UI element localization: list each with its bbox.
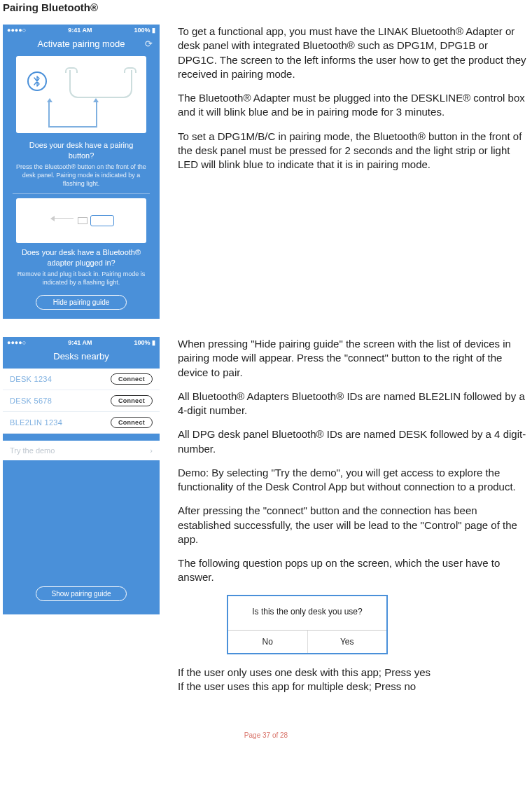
- dongle-icon: [78, 215, 114, 226]
- illustration-desk: [16, 56, 146, 133]
- dialog-question: Is this the only desk you use?: [228, 596, 386, 631]
- paragraph: If the user only uses one desk with this…: [178, 666, 529, 680]
- desk-row[interactable]: DESK 1234 Connect: [3, 369, 160, 390]
- demo-label: Try the demo: [10, 446, 55, 455]
- refresh-icon[interactable]: ⟳: [145, 39, 153, 49]
- desk-row[interactable]: DESK 5678 Connect: [3, 390, 160, 412]
- nav-title-text: Desks nearby: [53, 351, 108, 362]
- nav-title-text: Activate pairing mode: [37, 39, 125, 49]
- paragraph: After pressing the "connect" button and …: [178, 504, 529, 546]
- paragraph: Demo: By selecting "Try the demo", you w…: [178, 466, 529, 495]
- connect-button[interactable]: Connect: [111, 373, 153, 385]
- page-footer: Page 37 of 28: [3, 731, 529, 739]
- connect-button[interactable]: Connect: [111, 395, 153, 406]
- section-desks-nearby: ●●●●○ 9:41 AM 100% ▮ Desks nearby DESK 1…: [3, 337, 529, 703]
- chevron-right-icon: ›: [150, 446, 153, 455]
- page-title: Pairing Bluetooth®: [3, 1, 529, 13]
- body-text-1: To get a functional app, you must have t…: [160, 25, 529, 319]
- paragraph: All DPG desk panel Bluetooth® IDs are na…: [178, 427, 529, 456]
- desk-label: BLE2LIN 1234: [10, 418, 62, 427]
- paragraph: When pressing "Hide pairing guide" the s…: [178, 337, 529, 380]
- paragraph: The Bluetooth® Adapter must be plugged i…: [178, 91, 529, 120]
- caption-sub: Press the Bluetooth® button on the front…: [15, 163, 147, 188]
- battery-icon: 100% ▮: [134, 27, 155, 34]
- hide-pairing-guide-button[interactable]: Hide pairing guide: [36, 295, 127, 310]
- try-demo-row[interactable]: Try the demo ›: [3, 441, 160, 460]
- nav-title: Desks nearby: [3, 348, 160, 369]
- signal-icon: ●●●●○: [7, 27, 26, 34]
- caption-main: Does your desk have a pairing button?: [15, 140, 147, 161]
- dialog-no-button[interactable]: No: [228, 631, 308, 653]
- nav-title: Activate pairing mode ⟳: [3, 36, 160, 56]
- paragraph: To set a DPG1M/B/C in pairing mode, the …: [178, 130, 529, 172]
- connect-button[interactable]: Connect: [111, 417, 153, 428]
- caption-sub: Remove it and plug it back in. Pairing m…: [15, 270, 147, 287]
- caption-adapter: Does your desk have a Bluetooth® adapter…: [3, 243, 160, 288]
- illustration-dongle: [16, 198, 146, 243]
- separator: [13, 193, 150, 194]
- body-text-2: When pressing "Hide pairing guide" the s…: [160, 337, 529, 703]
- caption-pairing-button: Does your desk have a pairing button? Pr…: [3, 136, 160, 189]
- battery-icon: 100% ▮: [134, 339, 155, 346]
- desk-label: DESK 1234: [10, 375, 52, 383]
- status-bar: ●●●●○ 9:41 AM 100% ▮: [3, 25, 160, 36]
- paragraph: All Bluetooth® Adapters Bluetooth® IDs a…: [178, 390, 529, 418]
- paragraph: To get a functional app, you must have t…: [178, 25, 529, 81]
- paragraph: If the user uses this app for multiple d…: [178, 680, 529, 694]
- phone-screenshot-pairing: ●●●●○ 9:41 AM 100% ▮ Activate pairing mo…: [3, 25, 160, 319]
- paragraph: The following question pops up on the sc…: [178, 556, 529, 585]
- caption-main: Does your desk have a Bluetooth® adapter…: [15, 247, 147, 268]
- bluetooth-icon: [27, 71, 47, 91]
- spacer: [3, 460, 160, 579]
- section-pairing-guide: ●●●●○ 9:41 AM 100% ▮ Activate pairing mo…: [3, 25, 529, 319]
- arrows-icon: [48, 102, 97, 128]
- status-bar: ●●●●○ 9:41 AM 100% ▮: [3, 337, 160, 348]
- phone-screenshot-list: ●●●●○ 9:41 AM 100% ▮ Desks nearby DESK 1…: [3, 337, 160, 614]
- show-pairing-guide-button[interactable]: Show pairing guide: [36, 586, 127, 601]
- dialog-yes-button[interactable]: Yes: [308, 631, 387, 653]
- only-desk-dialog: Is this the only desk you use? No Yes: [227, 595, 388, 654]
- status-time: 9:41 AM: [68, 339, 92, 346]
- desk-row[interactable]: BLE2LIN 1234 Connect: [3, 412, 160, 434]
- status-time: 9:41 AM: [68, 27, 92, 34]
- signal-icon: ●●●●○: [7, 339, 26, 346]
- desk-outline-icon: [69, 70, 132, 98]
- desk-label: DESK 5678: [10, 397, 52, 405]
